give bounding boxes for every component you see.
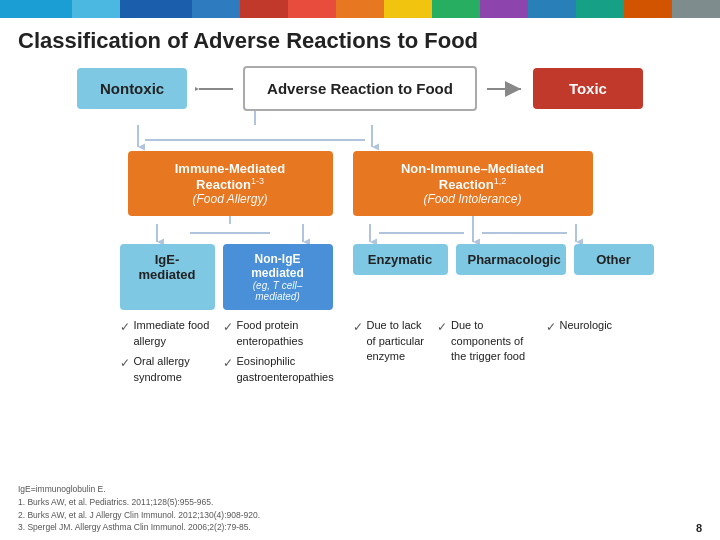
footer-line0: IgE=immunoglobulin E. (18, 483, 260, 496)
enzymatic-box: Enzymatic (353, 244, 448, 275)
arrow-left-icon (187, 80, 243, 98)
immune-title: Immune-Mediated Reaction (175, 161, 286, 192)
ige-mediated-box: IgE-mediated (120, 244, 215, 310)
down-arrow-pharmacologic (466, 234, 480, 244)
connector-v1 (254, 111, 256, 125)
down-arrow-enzymatic (363, 234, 377, 244)
non-immune-mediated-box: Non-Immune–Mediated Reaction1,2 (Food In… (353, 151, 593, 216)
nonige-bullets: ✓ Food protein enteropathies ✓ Eosinophi… (223, 318, 333, 390)
enzymatic-bullets: ✓ Due to lack of particular enzyme (353, 318, 430, 369)
nonimmune-title: Non-Immune–Mediated Reaction (401, 161, 544, 192)
nonige-label: Non-IgE mediated (233, 252, 323, 280)
nonimmune-subtitle: (Food Intolerance) (369, 192, 577, 206)
page-title: Classification of Adverse Reactions to F… (0, 18, 720, 62)
ige-bullets: ✓ Immediate food allergy ✓ Oral allergy … (120, 318, 215, 390)
footer-line1: 1. Burks AW, et al. Pediatrics. 2011;128… (18, 496, 260, 509)
immune-superscript: 1-3 (251, 176, 264, 186)
adverse-reaction-box: Adverse Reaction to Food (243, 66, 477, 111)
other-box: Other (574, 244, 654, 275)
pharmacologic-bullets: ✓ Due to components of the trigger food (437, 318, 537, 369)
down-arrow-other (569, 234, 583, 244)
nonige-sublabel: (eg, T cell–mediated) (233, 280, 323, 302)
nonimmune-superscript: 1,2 (494, 176, 507, 186)
down-arrow-nonige (296, 234, 310, 244)
nontoxic-box: Nontoxic (77, 68, 187, 109)
non-ige-mediated-box: Non-IgE mediated (eg, T cell–mediated) (223, 244, 333, 310)
down-arrow-ige (150, 234, 164, 244)
pharmacologic-box: Pharmacologic (456, 244, 566, 275)
footer-line2: 2. Burks AW, et al. J Allergy Clin Immun… (18, 509, 260, 522)
footer: IgE=immunoglobulin E. 1. Burks AW, et al… (18, 483, 260, 534)
top-bar (0, 0, 720, 18)
footer-line3: 3. Spergel JM. Allergy Asthma Clin Immun… (18, 521, 260, 534)
immune-mediated-box: Immune-Mediated Reaction1-3 (Food Allerg… (128, 151, 333, 216)
other-bullets: ✓ Neurologic (546, 318, 601, 341)
down-arrow-nonimmune (365, 137, 379, 151)
toxic-box: Toxic (533, 68, 643, 109)
page-number: 8 (696, 522, 702, 534)
immune-subtitle: (Food Allergy) (144, 192, 317, 206)
down-arrow-immune (131, 137, 145, 151)
arrow-right-icon (477, 80, 533, 98)
